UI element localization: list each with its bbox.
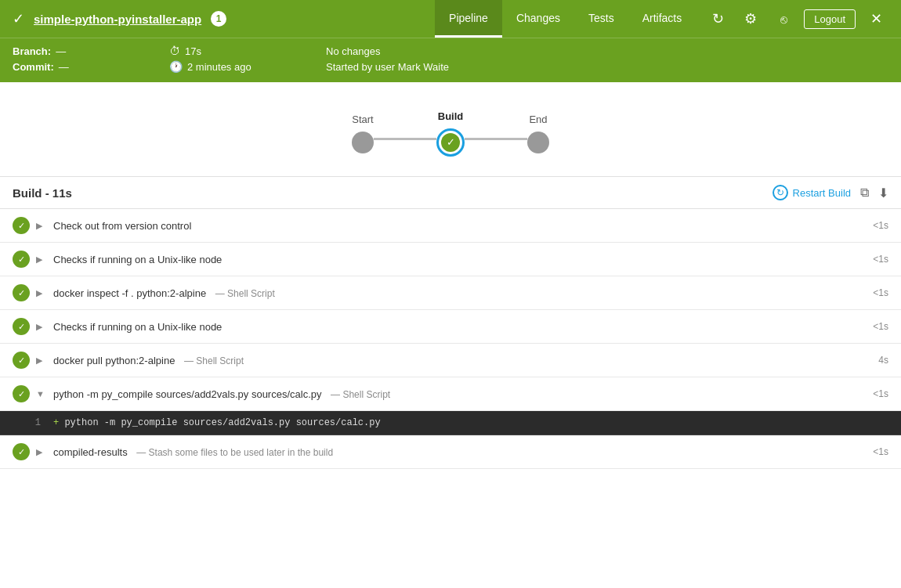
step-duration-6: <1s (865, 388, 888, 399)
branch-item: Branch: — (13, 45, 169, 57)
step-check-2: ✓ (13, 251, 30, 268)
step-expand-3[interactable]: ▶ (36, 288, 47, 298)
step-check-4: ✓ (13, 318, 30, 335)
step-duration-3: <1s (865, 287, 888, 298)
time-icon: 🕐 (169, 60, 183, 73)
commit-value: — (59, 61, 69, 73)
step-duration-5: 4s (865, 355, 888, 366)
step-row[interactable]: ✓ ▶ docker pull python:2-alpine — Shell … (0, 344, 901, 377)
commit-label: Commit: (13, 61, 54, 73)
restart-label: Restart Build (793, 187, 851, 199)
step-expand-2[interactable]: ▶ (36, 254, 47, 265)
header: ✓ simple-python-pyinstaller-app 1 Pipeli… (0, 0, 901, 38)
stage-start-circle (352, 132, 374, 153)
nav-tabs: Pipeline Changes Tests Artifacts (435, 0, 696, 38)
branch-label: Branch: (13, 45, 51, 57)
time-item: 🕐 2 minutes ago (169, 60, 326, 73)
stage-end-label: End (529, 114, 547, 125)
reload-icon[interactable]: ↻ (705, 6, 730, 31)
duration-value: 17s (185, 45, 201, 57)
started-by-text: Started by user Mark Waite (326, 61, 449, 73)
branch-value: — (56, 45, 66, 57)
build-header: Build - 11s ↻ Restart Build ⧉ ⬇ (0, 176, 901, 209)
console-text: + python -m py_compile sources/add2vals.… (53, 417, 381, 428)
exit-icon[interactable]: ⎋ (771, 6, 796, 31)
step-duration-2: <1s (865, 254, 888, 265)
console-line-number: 1 (25, 417, 41, 428)
tab-artifacts[interactable]: Artifacts (628, 0, 697, 38)
step-row[interactable]: ✓ ▶ compiled-results — Stash some files … (0, 435, 901, 469)
step-duration-7: <1s (865, 446, 888, 457)
build-badge: 1 (211, 11, 226, 27)
stage-build: Build ✓ (436, 110, 465, 157)
step-name-3: docker inspect -f . python:2-alpine — Sh… (53, 287, 852, 299)
step-row[interactable]: ✓ ▶ Checks if running on a Unix-like nod… (0, 243, 901, 276)
step-duration-1: <1s (865, 220, 888, 231)
stage-start: Start (352, 114, 374, 153)
duration-item: ⏱ 17s (169, 45, 326, 57)
step-row[interactable]: ✓ ▶ Check out from version control <1s (0, 209, 901, 243)
restart-build-button[interactable]: ↻ Restart Build (773, 185, 851, 200)
step-row[interactable]: ✓ ▶ Checks if running on a Unix-like nod… (0, 310, 901, 344)
pipeline-area: Start Build ✓ End (0, 82, 901, 176)
step-duration-4: <1s (865, 321, 888, 332)
stage-build-label: Build (438, 110, 464, 122)
stage-container: Start Build ✓ End (352, 110, 549, 157)
step-check-5: ✓ (13, 352, 30, 369)
meta-bar: Branch: — ⏱ 17s No changes Commit: — 🕐 2… (0, 38, 901, 82)
duration-icon: ⏱ (169, 45, 180, 57)
step-name-7: compiled-results — Stash some files to b… (53, 446, 852, 458)
status-line1: No changes (326, 45, 888, 57)
tab-changes[interactable]: Changes (502, 0, 574, 38)
check-icon: ✓ (13, 10, 24, 27)
status-line2: Started by user Mark Waite (326, 60, 888, 73)
step-expand-6[interactable]: ▼ (36, 389, 47, 399)
logout-button[interactable]: Logout (804, 9, 856, 29)
console-command: python -m py_compile sources/add2vals.py… (64, 417, 380, 428)
stage-build-circle[interactable]: ✓ (436, 128, 465, 157)
commit-item: Commit: — (13, 60, 169, 73)
step-row[interactable]: ✓ ▼ python -m py_compile sources/add2val… (0, 377, 901, 411)
header-icons: ↻ ⚙ ⎋ Logout ✕ (705, 6, 888, 31)
line-build-end (465, 138, 527, 140)
restart-icon: ↻ (773, 185, 788, 200)
step-check-1: ✓ (13, 217, 30, 234)
step-name-4: Checks if running on a Unix-like node (53, 321, 852, 333)
tab-pipeline[interactable]: Pipeline (435, 0, 502, 38)
step-expand-4[interactable]: ▶ (36, 322, 47, 332)
build-check-inner: ✓ (441, 133, 460, 152)
step-name-6: python -m py_compile sources/add2vals.py… (53, 388, 852, 400)
stage-end-circle (527, 132, 549, 153)
open-external-icon[interactable]: ⧉ (860, 186, 869, 200)
line-start-build (374, 138, 436, 140)
stage-end: End (527, 114, 549, 153)
stage-start-label: Start (352, 114, 373, 125)
tab-tests[interactable]: Tests (574, 0, 628, 38)
download-icon[interactable]: ⬇ (878, 186, 888, 200)
step-expand-5[interactable]: ▶ (36, 355, 47, 366)
step-name-1: Check out from version control (53, 220, 852, 232)
step-expand-1[interactable]: ▶ (36, 221, 47, 231)
settings-icon[interactable]: ⚙ (738, 6, 763, 31)
close-icon[interactable]: ✕ (863, 6, 888, 31)
console-add-prefix: + (53, 417, 59, 428)
step-name-2: Checks if running on a Unix-like node (53, 254, 852, 265)
app-title[interactable]: simple-python-pyinstaller-app (34, 13, 201, 26)
build-title: Build - 11s (13, 186, 72, 200)
no-changes-text: No changes (326, 45, 380, 57)
console-output-row: 1 + python -m py_compile sources/add2val… (0, 411, 901, 435)
build-section: Build - 11s ↻ Restart Build ⧉ ⬇ ✓ ▶ Chec… (0, 176, 901, 469)
step-name-5: docker pull python:2-alpine — Shell Scri… (53, 355, 852, 366)
build-actions: ↻ Restart Build ⧉ ⬇ (773, 185, 888, 200)
step-check-7: ✓ (13, 443, 30, 460)
step-row[interactable]: ✓ ▶ docker inspect -f . python:2-alpine … (0, 276, 901, 310)
time-value: 2 minutes ago (187, 61, 251, 73)
step-check-3: ✓ (13, 284, 30, 301)
step-check-6: ✓ (13, 385, 30, 402)
step-expand-7[interactable]: ▶ (36, 447, 47, 457)
